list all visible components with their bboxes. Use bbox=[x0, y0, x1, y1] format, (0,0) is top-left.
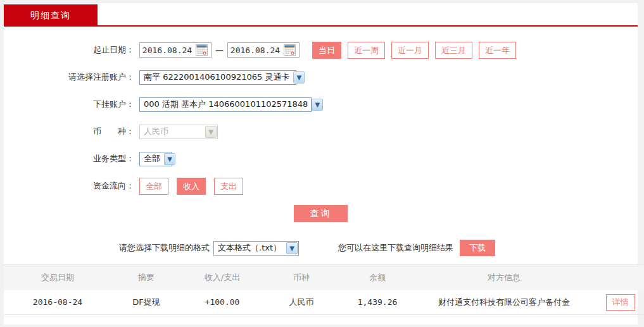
fund-flow-label: 资金流向： bbox=[4, 180, 134, 192]
sub-account-value: 000 活期 基本户 1406600101102571848 bbox=[140, 99, 312, 110]
currency-value: 人民币 bbox=[140, 126, 172, 137]
fund-flow-row: 资金流向： 全部 收入 支出 bbox=[4, 178, 638, 194]
start-date-calendar-button[interactable] bbox=[194, 43, 208, 57]
currency-label: 币 种： bbox=[4, 126, 134, 137]
business-type-label: 业务类型： bbox=[4, 153, 134, 164]
query-button[interactable]: 查询 bbox=[294, 205, 348, 222]
transactions-table: 交易日期 摘要 收入/支出 币种 余额 对方信息 2016-08-24 DF提现… bbox=[4, 264, 644, 315]
download-format-select[interactable]: 文本格式（.txt） ▼ bbox=[213, 241, 299, 256]
chevron-down-icon: ▼ bbox=[164, 153, 175, 165]
calendar-icon bbox=[196, 44, 208, 56]
header-amount: 收入/支出 bbox=[181, 265, 263, 290]
chevron-down-icon: ▼ bbox=[205, 126, 217, 138]
quick-range-week-button[interactable]: 近一周 bbox=[348, 42, 385, 59]
quick-range-month-button[interactable]: 近一月 bbox=[391, 42, 429, 59]
header-action bbox=[593, 265, 644, 290]
header-currency: 币种 bbox=[263, 265, 339, 290]
business-type-row: 业务类型： 全部 ▼ bbox=[4, 151, 638, 167]
cell-currency: 人民币 bbox=[263, 290, 339, 315]
header-counterparty: 对方信息 bbox=[415, 265, 593, 290]
chevron-down-icon: ▼ bbox=[293, 71, 305, 83]
sub-account-label: 下挂账户： bbox=[4, 99, 134, 110]
business-type-value: 全部 bbox=[140, 153, 164, 164]
register-account-select[interactable]: 南平 6222001406100921065 灵通卡 ▼ bbox=[139, 70, 296, 85]
register-account-row: 请选择注册账户： 南平 6222001406100921065 灵通卡 ▼ bbox=[4, 69, 638, 85]
date-range-separator: — bbox=[215, 46, 224, 55]
fund-flow-group: 全部 收入 支出 bbox=[139, 178, 251, 195]
detail-query-page: 明细查询 起止日期： bbox=[4, 3, 638, 324]
register-account-value: 南平 6222001406100921065 灵通卡 bbox=[140, 71, 293, 83]
fund-flow-expense-button[interactable]: 支出 bbox=[214, 178, 243, 195]
tab-detail-query[interactable]: 明细查询 bbox=[4, 4, 98, 27]
register-account-label: 请选择注册账户： bbox=[4, 71, 134, 83]
query-button-row: 查询 bbox=[4, 205, 638, 222]
cell-counterparty: 财付通支付科技有限公司客户备付金 bbox=[415, 290, 593, 315]
download-row: 请您选择下载明细的格式 文本格式（.txt） ▼ 您可以在这里下载查询明细结果 … bbox=[4, 240, 638, 256]
chevron-down-icon: ▼ bbox=[286, 242, 298, 254]
cell-amount: +100.00 bbox=[181, 290, 263, 315]
query-form: 起止日期： bbox=[4, 27, 638, 222]
header-balance: 余额 bbox=[339, 265, 415, 290]
date-range-label: 起止日期： bbox=[4, 44, 134, 56]
quick-range-today-button[interactable]: 当日 bbox=[312, 42, 341, 59]
calendar-icon bbox=[284, 44, 296, 56]
cell-balance: 1,439.26 bbox=[339, 290, 415, 315]
quick-range-quarter-button[interactable]: 近三月 bbox=[435, 42, 472, 59]
fund-flow-all-button[interactable]: 全部 bbox=[139, 178, 168, 195]
download-format-value: 文本格式（.txt） bbox=[214, 242, 285, 254]
fund-flow-income-button[interactable]: 收入 bbox=[177, 178, 206, 195]
table-row: 2016-08-24 DF提现 +100.00 人民币 1,439.26 财付通… bbox=[4, 290, 644, 315]
date-range-row: 起止日期： bbox=[4, 42, 638, 58]
currency-select: 人民币 ▼ bbox=[139, 125, 218, 139]
start-date-input[interactable] bbox=[140, 44, 194, 56]
header-summary: 摘要 bbox=[111, 265, 181, 290]
quick-range-year-button[interactable]: 近一年 bbox=[479, 42, 516, 59]
download-hint-label: 您可以在这里下载查询明细结果 bbox=[338, 242, 453, 254]
sub-account-row: 下挂账户： 000 活期 基本户 1406600101102571848 ▼ bbox=[4, 96, 638, 113]
start-date-field bbox=[139, 42, 212, 58]
detail-button[interactable]: 详情 bbox=[606, 294, 635, 311]
end-date-calendar-button[interactable] bbox=[282, 43, 296, 57]
download-button[interactable]: 下载 bbox=[460, 240, 495, 256]
cell-date: 2016-08-24 bbox=[4, 290, 111, 315]
header-date: 交易日期 bbox=[4, 265, 111, 290]
end-date-input[interactable] bbox=[228, 44, 282, 56]
download-format-label: 请您选择下载明细的格式 bbox=[119, 242, 210, 254]
quick-range-group: 当日 近一周 近一月 近三月 近一年 bbox=[312, 42, 522, 59]
cell-summary: DF提现 bbox=[111, 290, 181, 315]
chevron-down-icon: ▼ bbox=[312, 99, 323, 111]
tab-bar: 明细查询 bbox=[4, 3, 638, 27]
end-date-field bbox=[227, 42, 300, 58]
currency-row: 币 种： 人民币 ▼ bbox=[4, 123, 638, 140]
table-header: 交易日期 摘要 收入/支出 币种 余额 对方信息 bbox=[4, 265, 644, 290]
business-type-select[interactable]: 全部 ▼ bbox=[139, 152, 172, 166]
sub-account-select[interactable]: 000 活期 基本户 1406600101102571848 ▼ bbox=[139, 97, 312, 112]
